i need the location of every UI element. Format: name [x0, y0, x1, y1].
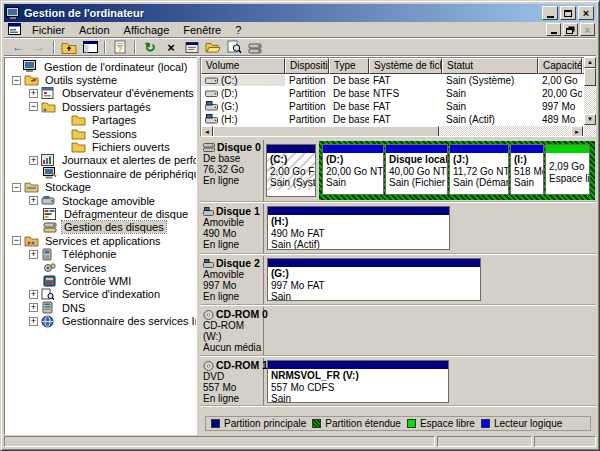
delete-button[interactable]: × — [161, 40, 181, 55]
sidebar-item-controle-wmi[interactable]: Contrôle WMI — [5, 274, 196, 287]
sidebar-item-outils-systeme[interactable]: Outils système — [5, 73, 196, 86]
expand-icon[interactable] — [29, 250, 38, 259]
cdrom0-label[interactable]: CD-ROM 0 CD-ROM (W:) Aucun média — [200, 307, 264, 355]
show-hide-tree-button[interactable] — [80, 40, 100, 55]
expand-icon[interactable] — [29, 303, 38, 312]
column-header-volume[interactable]: Volume — [201, 58, 285, 74]
console-window-icon[interactable] — [8, 23, 22, 36]
column-header-statut[interactable]: Statut — [442, 58, 538, 74]
expand-icon[interactable] — [29, 196, 38, 205]
up-folder-button[interactable] — [59, 40, 79, 55]
cdrom1-label[interactable]: CD-ROM 1 DVD 557 Mo En ligne — [200, 358, 264, 405]
disk0-label[interactable]: Disque 0 De base 76,32 Go En ligne — [200, 140, 264, 201]
child-restore-button[interactable] — [563, 23, 578, 36]
column-header-fs[interactable]: Système de fichiers — [369, 58, 442, 74]
find-button[interactable] — [224, 40, 244, 55]
collapse-icon[interactable] — [12, 183, 21, 192]
sidebar-item-dns[interactable]: DNS — [5, 301, 196, 314]
sidebar-item-partages[interactable]: Partages — [5, 114, 196, 127]
close-button[interactable]: × — [578, 6, 594, 20]
partition-i[interactable]: (I:) 518 Mo Sain — [510, 144, 544, 195]
volume-row-g[interactable]: (G:) Partition De base FAT Sain 997 Mo — [201, 100, 595, 113]
collapse-icon[interactable] — [12, 236, 21, 245]
column-header-capacite[interactable]: Capacité — [538, 58, 582, 74]
volume-row-h[interactable]: (H:) Partition De base FAT Sain (Actif) … — [201, 113, 595, 126]
menu-help[interactable]: ? — [228, 23, 248, 37]
indexing-service-icon — [41, 288, 57, 301]
logical-drive-bar — [511, 145, 543, 153]
sidebar-item-observateur-evenements[interactable]: Observateur d'événements — [5, 87, 196, 100]
scroll-up-icon[interactable]: ▲ — [584, 57, 596, 68]
show-hide-tree-icon — [83, 41, 98, 53]
properties-button[interactable] — [182, 40, 202, 55]
sidebar-item-services-applications[interactable]: Services et applications — [5, 234, 196, 247]
partition-h[interactable]: (H:) 490 Mo FAT Sain (Actif) — [267, 206, 450, 250]
menu-affichage[interactable]: Affichage — [117, 23, 177, 37]
child-close-button[interactable]: × — [580, 23, 595, 36]
sidebar-item-fichiers-ouverts[interactable]: Fichiers ouverts — [5, 140, 196, 153]
sidebar-item-iis[interactable]: Gestionnaire des services Internet (IIS) — [5, 314, 196, 327]
sidebar-item-journaux-alertes[interactable]: Journaux et alertes de performance — [5, 154, 196, 167]
scrollbar-thumb[interactable] — [584, 68, 596, 86]
status-bar — [4, 436, 596, 447]
vertical-scrollbar[interactable]: ▲ ▼ — [584, 57, 596, 137]
horizontal-scrollbar[interactable]: ◄ ► — [201, 126, 583, 137]
tree-label: Téléphonie — [60, 248, 118, 260]
sidebar-item-sessions[interactable]: Sessions — [5, 127, 196, 140]
menu-fenetre[interactable]: Fenêtre — [176, 23, 228, 37]
volume-row-d[interactable]: (D:) Partition De base NTFS Sain 20,00 G… — [201, 87, 595, 100]
sidebar-item-stockage-amovible[interactable]: Stockage amovible — [5, 194, 196, 207]
partition-d[interactable]: (D:) 20,00 Go NTF Sain — [322, 144, 384, 195]
volume-v[interactable]: NRMSVOL_FR (V:) 557 Mo CDFS Sain — [267, 360, 449, 403]
open-folder-button[interactable] — [203, 40, 223, 55]
partition-disque-local[interactable]: Disque local 40,00 Go NTFS Sain (Fichier… — [385, 144, 448, 195]
expand-icon[interactable] — [29, 156, 38, 165]
hdd-icon — [205, 76, 218, 85]
expand-icon[interactable] — [29, 89, 38, 98]
refresh-button[interactable]: ↻ — [140, 40, 160, 55]
collapse-icon[interactable] — [29, 102, 38, 111]
forward-button[interactable]: → — [29, 40, 49, 55]
scroll-right-icon[interactable]: ► — [571, 126, 583, 137]
title-bar[interactable]: Gestion de l'ordinateur × — [4, 4, 596, 22]
child-minimize-button[interactable] — [546, 23, 561, 36]
wmi-control-icon — [43, 274, 59, 287]
logical-drive-bar — [386, 145, 447, 153]
scrollbar-thumb[interactable] — [213, 126, 439, 137]
column-header-type[interactable]: Type — [329, 58, 369, 74]
tree-label: Dossiers partagés — [60, 101, 153, 113]
expand-icon[interactable] — [29, 290, 38, 299]
partition-g[interactable]: (G:) 997 Mo FAT Sain — [267, 258, 481, 301]
expand-icon[interactable] — [29, 317, 38, 326]
back-icon: ← — [12, 40, 24, 54]
sidebar-item-telephonie[interactable]: Téléphonie — [5, 247, 196, 260]
sidebar-item-computer-management[interactable]: Gestion de l'ordinateur (local) — [5, 60, 196, 73]
disk1-label[interactable]: Disque 1 Amovible 490 Mo En ligne — [200, 204, 264, 253]
free-space-region[interactable]: 2,09 Go Espace lib — [545, 144, 590, 195]
column-header-disposition[interactable]: Disposition — [285, 58, 329, 74]
sidebar-item-stockage[interactable]: Stockage — [5, 181, 196, 194]
scroll-down-icon[interactable]: ▼ — [584, 114, 596, 125]
child-close-icon: × — [584, 24, 590, 36]
menu-action[interactable]: Action — [72, 23, 117, 37]
sidebar-item-defragmenteur[interactable]: Défragmenteur de disque — [5, 207, 196, 220]
disk-tool-button[interactable] — [245, 40, 265, 55]
volume-row-c[interactable]: (C:) Partition De base FAT Sain (Système… — [201, 74, 595, 87]
extended-partition[interactable]: (D:) 20,00 Go NTF Sain Disque local 40,0… — [319, 141, 595, 200]
minimize-button[interactable] — [542, 6, 558, 20]
collapse-icon[interactable] — [12, 76, 21, 85]
sidebar-item-dossiers-partages[interactable]: Dossiers partagés — [5, 100, 196, 113]
scroll-left-icon[interactable]: ◄ — [201, 126, 213, 137]
sidebar-item-gestionnaire-peripheriques[interactable]: Gestionnaire de périphériques — [5, 167, 196, 180]
sidebar-item-services[interactable]: Services — [5, 261, 196, 274]
disk2-label[interactable]: Disque 2 Amovible 997 Mo En ligne — [200, 256, 264, 304]
maximize-button[interactable] — [560, 6, 576, 20]
sidebar-item-gestion-des-disques[interactable]: Gestion des disques — [5, 221, 196, 234]
sidebar-item-service-indexation[interactable]: Service d'indexation — [5, 288, 196, 301]
partition-c[interactable]: (C:) 2,00 Go F Sain (Syst — [266, 144, 316, 197]
menu-fichier[interactable]: Fichier — [25, 23, 72, 37]
back-button[interactable]: ← — [8, 40, 28, 55]
partition-j[interactable]: (J:) 11,72 Go NTF Sain (Démarr — [449, 144, 509, 195]
partition-title: (D:) — [326, 154, 380, 166]
help-doc-button[interactable]: ? — [110, 40, 130, 55]
